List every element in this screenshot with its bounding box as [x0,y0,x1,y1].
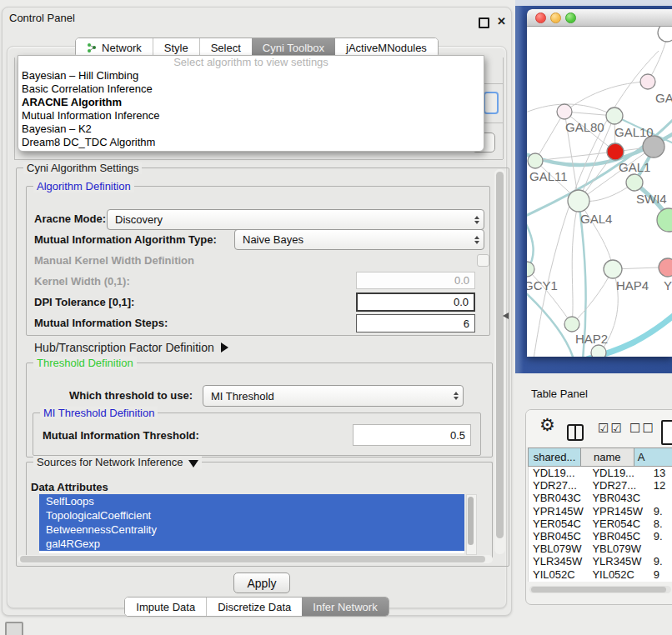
table-row[interactable]: YDL19...YDL19...13 [529,467,672,479]
tab-network[interactable]: Network [76,38,153,57]
hub-definition-label: Hub/Transcription Factor Definition [34,341,214,354]
network-node-gal10[interactable] [606,108,623,124]
table-row[interactable]: YIL052CYIL052C9 [529,568,672,581]
network-node-gcy1[interactable] [527,262,534,277]
algorithm-option[interactable]: Bayesian – Hill Climbing [18,69,484,82]
network-node-hap2[interactable] [564,317,579,332]
table-row[interactable]: YBR043CYBR043C [529,492,672,504]
network-canvas[interactable]: GALGAL80GAL10GAL1GAL11SWI4GAL4GCY1HAP4YH… [527,27,672,357]
manual-kernel-width-checkbox[interactable] [477,254,489,267]
mi-threshold-value: 0.5 [450,429,465,442]
float-window-icon[interactable] [479,18,489,28]
attributes-scrollbar[interactable] [466,494,477,555]
algorithm-option[interactable]: Basic Correlation Inference [18,82,484,96]
hub-definition-toggle[interactable]: Hub/Transcription Factor Definition [34,341,228,354]
tab-discretize-data[interactable]: Discretize Data [206,598,302,616]
select-all-checkboxes-icon[interactable]: ☑☑ [598,421,624,436]
minimize-traffic-light[interactable] [550,12,561,23]
manual-kernel-width-label: Manual Kernel Width Definition [34,254,194,267]
tab-jactivemnodules[interactable]: jActiveMNodules [335,38,438,57]
settings-vertical-scrollbar[interactable] [494,169,505,554]
table-row[interactable]: YER054CYER054C8. [529,518,672,530]
network-node-gal4[interactable] [568,190,589,212]
hidden-combobox-fragment [484,92,499,114]
table-panel: ⚙ ☑☑ ☐☐ shared... name A YDL19...YDL19..… [525,409,672,605]
close-icon[interactable]: ✕ [497,15,506,28]
tab-infer-network[interactable]: Infer Network [302,598,388,616]
table-header-row: shared... name A [528,448,672,467]
data-attribute-item[interactable]: gal4RGexp [39,537,464,551]
column-header-shared-name[interactable]: shared... [528,448,581,467]
apply-button[interactable]: Apply [233,572,290,593]
network-node-y[interactable] [659,258,672,277]
network-node-gal11[interactable] [528,153,543,168]
table-cell: YBR045C [529,530,589,542]
kernel-width-label: Kernel Width (0,1): [34,275,130,288]
zoom-traffic-light[interactable] [565,12,576,23]
table-row[interactable]: YBL079WYBL079W [529,542,672,555]
network-node-hap4[interactable] [604,260,622,278]
algorithm-option[interactable]: Bayesian – K2 [18,122,484,136]
algorithm-option[interactable]: Dream8 DC_TDC Algorithm [18,136,484,149]
table-row[interactable]: YLR345WYLR345W9. [529,555,672,568]
network-node-gal[interactable] [640,74,655,89]
table-cell: YBR043C [589,492,650,504]
algorithm-option[interactable]: ARACNE Algorithm [18,96,484,109]
network-node-gal1[interactable] [607,143,624,160]
data-attribute-item[interactable]: BetweennessCentrality [39,522,464,537]
mi-steps-field[interactable]: 6 [356,314,475,332]
table-cell: YIL052C [529,568,589,581]
table-row[interactable]: YPR145WYPR145W9. [529,505,672,518]
deselect-all-checkboxes-icon[interactable]: ☐☐ [629,421,655,436]
table-row[interactable]: YDR27...YDR27...12 [529,479,672,492]
which-threshold-combobox[interactable]: MI Threshold [203,385,464,407]
network-node[interactable] [591,345,606,357]
table-horizontal-scrollbar[interactable] [529,586,671,593]
close-traffic-light[interactable] [535,12,546,23]
network-node[interactable] [657,208,672,232]
settings-horizontal-scrollbar[interactable] [18,555,493,563]
minimized-panel-icon[interactable] [5,622,23,635]
table-row[interactable]: YBR045CYBR045C9. [529,530,672,542]
network-node-label: GAL80 [565,120,604,134]
hidden-groupbox-edge [503,58,504,159]
tab-label: Style [164,42,188,54]
table-cell: 13 [651,467,672,479]
tab-style[interactable]: Style [153,38,199,57]
table-cell: 9. [651,555,672,568]
aracne-mode-combobox[interactable]: Discovery [107,209,484,230]
table-cell: 9 [651,568,672,581]
export-table-icon[interactable] [661,420,672,445]
dpi-tolerance-field[interactable]: 0.0 [356,292,475,312]
algorithm-option[interactable]: Mutual Information Inference [18,109,484,122]
which-threshold-label: Which threshold to use: [69,389,193,402]
tab-impute-data[interactable]: Impute Data [125,598,206,616]
network-node-swi4[interactable] [626,174,643,191]
columns-icon[interactable] [567,424,584,441]
network-node-gal80[interactable] [557,104,572,119]
mi-threshold-definition-title: MI Threshold Definition [40,407,158,419]
tab-select[interactable]: Select [199,38,252,57]
data-attribute-item[interactable]: TopologicalCoefficient [39,508,464,522]
network-node[interactable] [658,27,672,42]
table-cell: YBR045C [589,530,650,542]
network-edge [535,152,615,161]
network-window-titlebar[interactable] [527,9,672,27]
tab-label: Impute Data [136,601,195,613]
gear-icon[interactable]: ⚙ [539,415,555,435]
table-toolbar: ⚙ ☑☑ ☐☐ [526,410,672,447]
network-node-label: GAL11 [529,169,568,183]
kernel-width-field[interactable]: 0.0 [356,272,475,289]
data-attribute-item[interactable]: SelfLoops [39,494,464,508]
network-edge [564,82,648,112]
collapse-arrow-icon [188,460,198,468]
mouse-cursor [503,312,509,319]
control-panel-title: Control Panel [9,12,75,24]
tab-cyni-toolbox[interactable]: Cyni Toolbox [252,38,335,57]
combo-arrows-icon [474,230,479,249]
mi-algorithm-type-combobox[interactable]: Naive Bayes [234,229,484,250]
mi-threshold-field[interactable]: 0.5 [353,424,471,446]
sources-group-title[interactable]: Sources for Network Inference [33,456,202,468]
column-header-name[interactable]: name [581,448,634,467]
column-header-partial[interactable]: A [634,448,672,467]
